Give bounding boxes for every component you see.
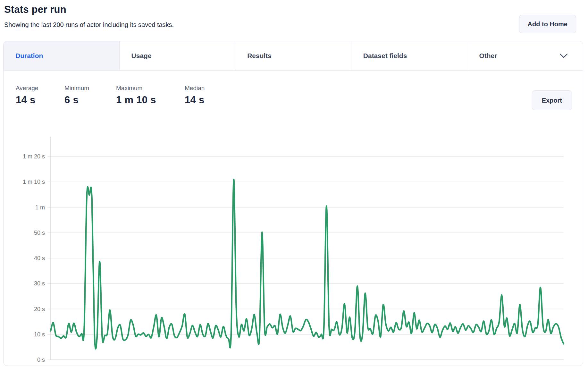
page-title: Stats per run	[4, 4, 66, 15]
stat-average-label: Average	[16, 85, 38, 92]
duration-line-chart-svg: 0 s10 s20 s30 s40 s50 s1 m1 m 10 s1 m 20…	[4, 131, 583, 366]
svg-text:20 s: 20 s	[34, 306, 45, 312]
svg-text:10 s: 10 s	[34, 331, 45, 338]
tab-dataset-fields[interactable]: Dataset fields	[351, 41, 467, 70]
stat-minimum-value: 6 s	[64, 94, 89, 106]
svg-text:0 s: 0 s	[37, 357, 45, 363]
tab-other[interactable]: Other	[467, 41, 583, 70]
tab-results[interactable]: Results	[235, 41, 351, 70]
stats-per-run-page: Stats per run Showing the last 200 runs …	[0, 0, 588, 372]
export-button[interactable]: Export	[532, 90, 572, 110]
chart-panel: Average 14 s Minimum 6 s Maximum 1 m 10 …	[4, 71, 583, 366]
tab-bar: Duration Usage Results Dataset fields Ot…	[4, 41, 583, 71]
stat-median-label: Median	[185, 85, 205, 92]
stat-maximum: Maximum 1 m 10 s	[116, 85, 156, 106]
add-to-home-button[interactable]: Add to Home	[519, 15, 576, 33]
svg-text:1 m 10 s: 1 m 10 s	[23, 179, 45, 185]
svg-text:50 s: 50 s	[34, 230, 45, 236]
svg-text:40 s: 40 s	[34, 255, 45, 261]
stat-average-value: 14 s	[16, 94, 38, 106]
stats-card: Duration Usage Results Dataset fields Ot…	[3, 41, 583, 366]
chevron-down-icon	[559, 53, 568, 59]
stat-minimum: Minimum 6 s	[64, 85, 89, 106]
tab-other-label: Other	[479, 52, 497, 60]
stat-maximum-value: 1 m 10 s	[116, 94, 156, 106]
tab-duration[interactable]: Duration	[4, 41, 120, 70]
stat-median: Median 14 s	[185, 85, 205, 106]
stat-minimum-label: Minimum	[64, 85, 89, 92]
tab-duration-label: Duration	[15, 52, 43, 60]
tab-results-label: Results	[247, 52, 272, 60]
tab-usage[interactable]: Usage	[120, 41, 236, 70]
page-subtitle: Showing the last 200 runs of actor inclu…	[4, 21, 174, 29]
svg-text:1 m: 1 m	[35, 204, 45, 211]
tab-dataset-fields-label: Dataset fields	[363, 52, 407, 60]
duration-chart: 0 s10 s20 s30 s40 s50 s1 m1 m 10 s1 m 20…	[4, 131, 583, 366]
stat-median-value: 14 s	[185, 94, 205, 106]
stat-average: Average 14 s	[16, 85, 38, 106]
tab-usage-label: Usage	[131, 52, 152, 60]
svg-text:1 m 20 s: 1 m 20 s	[23, 153, 45, 160]
stat-maximum-label: Maximum	[116, 85, 156, 92]
svg-text:30 s: 30 s	[34, 280, 45, 287]
